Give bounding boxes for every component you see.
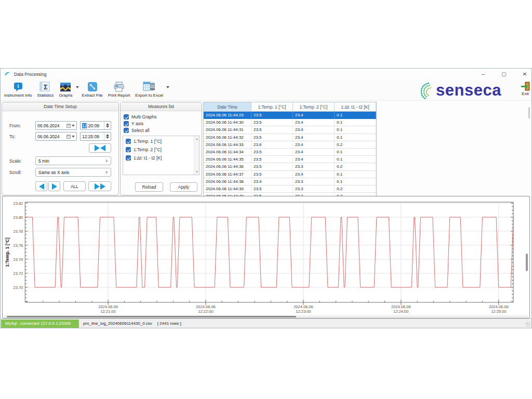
column-header[interactable]: 1:Temp. 2 [°C] [293,102,335,111]
from-date-field[interactable]: 06.06.2024 [35,121,77,130]
resize-grip-icon[interactable] [526,322,530,327]
table-cell: 23.3 [293,163,335,170]
y-tick-label: 23.80 [14,215,23,220]
table-row[interactable]: 2024.06.06 11:44:2923.523.40.1 [204,112,376,119]
table-row[interactable]: 2024.06.06 11:44:3023.523.40.1 [204,119,376,126]
scroll-select[interactable]: Same as X axis∨ [35,168,111,177]
option-select-all[interactable]: Select all [124,128,156,133]
checkbox-checked-icon[interactable] [126,139,131,144]
panel-vertical-scrollbar[interactable] [528,107,530,118]
checkbox-checked-icon[interactable] [126,155,131,161]
checkbox-checked-icon[interactable] [124,128,129,133]
option-y-axis[interactable]: Y axis [124,121,156,126]
checkbox-label: 1:Δt: t1 - t2 [K] [134,155,162,161]
checkbox-checked-icon[interactable] [124,121,129,126]
step-back-button[interactable] [35,181,47,191]
panels-row: Date Time Setup From: 06.06.2024 12:20:0… [1,101,531,196]
channel-1-temp-2-c[interactable]: 1:Temp. 2 [°C] [126,147,199,152]
table-row[interactable]: 2024.06.06 11:44:3623.523.30.2 [204,163,376,170]
channel-1-temp-1-c[interactable]: 1:Temp. 1 [°C] [126,139,199,144]
export-to-excel-dropdown-arrow-icon[interactable] [166,82,170,93]
table-cell: 23.5 [251,126,293,133]
option-multi-graphs[interactable]: Multi Graphs [124,114,156,119]
measures-channel-listbox: 1:Temp. 1 [°C]1:Temp. 2 [°C]1:Δt: t1 - t… [123,136,200,175]
table-cell: 2024.06.06 11:44:38 [204,178,251,185]
datetime-setup-panel: Date Time Setup From: 06.06.2024 12:20:0… [2,102,119,195]
chart-hscroll-thumb[interactable] [7,316,296,317]
svg-text:i: i [17,83,19,89]
from-time-field[interactable]: 12:20:09 [80,121,111,130]
close-button[interactable]: ✕ [521,71,528,78]
column-header[interactable]: 1:Δt: t1 - t2 [K] [335,102,376,111]
table-row[interactable]: 2024.06.06 11:44:3923.523.30.2 [204,185,376,193]
table-cell: 23.4 [293,149,335,155]
checkbox-label: 1:Temp. 2 [°C] [134,147,162,152]
graphs-dropdown-arrow-icon[interactable] [75,82,79,93]
exit-door-icon [520,81,530,91]
reload-button[interactable]: Reload [135,182,163,192]
chevron-down-icon: ∨ [105,158,108,163]
table-row[interactable]: 2024.06.06 11:44:3823.423.30.1 [204,178,376,185]
apply-button[interactable]: Apply [170,182,197,192]
table-row[interactable]: 2024.06.06 11:44:3723.523.40.1 [204,171,376,178]
table-row[interactable]: 2024.06.06 11:44:3123.523.40.1 [204,126,376,134]
x-tick-label-time: 12:23:00 [296,309,311,314]
table-cell: 2024.06.06 11:44:30 [204,119,251,126]
scroll-down-icon[interactable]: ▼ [195,170,198,174]
datetime-setup-title: Date Time Setup [2,102,118,111]
all-button[interactable]: ALL [63,181,86,191]
step-forward-button[interactable] [48,181,60,191]
app-icon [4,71,10,77]
chart-hscroll-track[interactable] [4,315,528,318]
y-axis-title: 1:Temp. 1 [°C] [5,237,10,267]
time-spinner-icon[interactable] [104,132,109,140]
column-header[interactable]: Date Time [204,102,251,111]
column-header[interactable]: 1:Temp. 1 [°C] [251,102,293,111]
table-cell: 2024.06.06 11:44:32 [204,134,251,141]
toolbar-label: Graphs [59,93,72,98]
to-date-field[interactable]: 06.06.2024 [35,132,77,141]
table-row[interactable]: 2024.06.06 11:44:3323.623.40.2 [204,141,376,149]
y-tick-label: 23.72 [14,271,23,276]
rows-count: [ 2441 rows ] [157,321,181,326]
scroll-label: Scroll: [9,170,22,175]
fast-forward-button[interactable] [88,181,111,191]
measures-list-panel: Measures list Multi GraphsY axisSelect a… [120,102,202,195]
senseca-swirl-icon [417,80,436,101]
scale-select[interactable]: 5 min∨ [35,156,111,165]
x-tick-label-time: 12:24:00 [393,309,408,314]
y-tick-label: 23.76 [14,243,23,248]
table-cell: 2024.06.06 11:44:35 [204,156,251,163]
x-tick-label-time: 12:22:00 [198,309,213,314]
channel-1-t-t1-t2-k[interactable]: 1:Δt: t1 - t2 [K] [126,155,199,161]
table-row[interactable]: 2024.06.06 11:44:3423.523.40.1 [204,149,376,156]
logo-text: senseca [436,81,501,100]
toolbar-button-graphs[interactable]: Graphs [56,81,75,98]
listbox-scrollbar[interactable]: ▲ ▼ [194,136,199,175]
scroll-up-icon[interactable]: ▲ [195,137,198,140]
y-tick-label: 23.78 [14,229,23,234]
toolbar-button-print-report[interactable]: Print Report [105,81,133,98]
checkbox-checked-icon[interactable] [126,147,131,152]
checkbox-checked-icon[interactable] [124,114,129,119]
table-cell: 2024.06.06 11:44:39 [204,185,251,192]
exit-button[interactable]: Exit [520,81,530,96]
maximize-button[interactable]: ▢ [500,71,508,78]
table-cell: 23.5 [251,156,293,163]
table-row[interactable]: 2024.06.06 11:44:3223.523.40.1 [204,134,376,141]
table-cell: 23.4 [293,112,335,118]
to-time-field[interactable]: 12:25:09 [80,132,111,141]
toolbar-button-export-to-excel[interactable]: Export to Excel [132,81,166,98]
time-spinner-icon[interactable] [104,122,109,129]
measures-channels: 1:Temp. 1 [°C]1:Temp. 2 [°C]1:Δt: t1 - t… [123,139,199,161]
x-tick-label-date: 2024.06.06 [98,304,118,309]
calendar-icon[interactable] [66,135,75,139]
toolbar-button-instrument-info[interactable]: iInstrument Info [2,81,34,98]
toolbar-button-statistics[interactable]: ΣStatistics [34,81,56,98]
table-row[interactable]: 2024.06.06 11:44:3523.523.40.1 [204,156,376,163]
fit-range-button[interactable] [89,143,111,153]
toolbar-button-extract-file[interactable]: Extract File [79,81,105,98]
calendar-icon[interactable] [66,124,75,128]
minimize-button[interactable]: – [480,71,487,78]
chart-vscroll-thumb[interactable] [526,254,528,271]
